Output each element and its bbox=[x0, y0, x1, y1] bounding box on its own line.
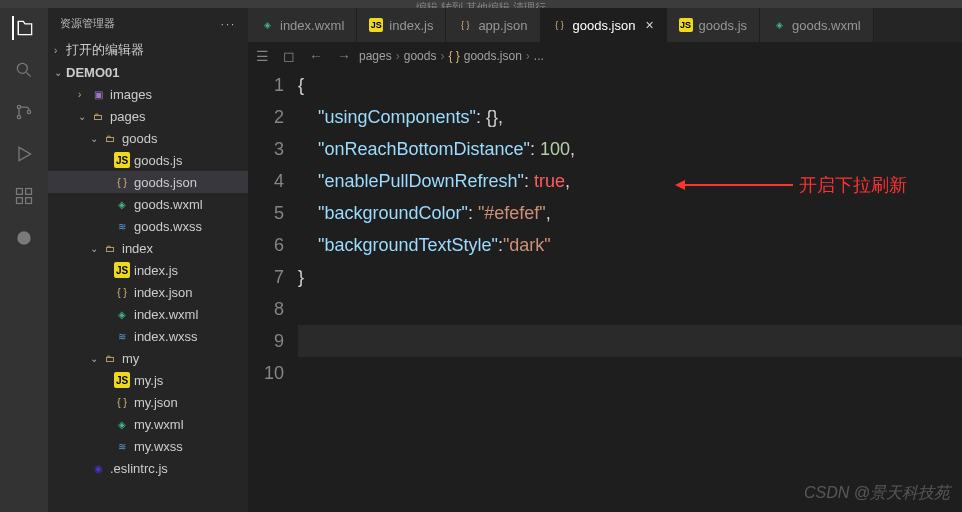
file-tree: ›打开的编辑器 ⌄DEMO01 ›▣images⌄🗀pages⌄🗀goodsJS… bbox=[48, 39, 248, 512]
tree-item[interactable]: ⌄🗀index bbox=[48, 237, 248, 259]
svg-point-2 bbox=[17, 115, 20, 118]
sidebar-title: 资源管理器 bbox=[60, 16, 115, 31]
top-menu: 编辑 转到 其他编辑 清理行 bbox=[0, 0, 962, 8]
tab[interactable]: ◈index.wxml bbox=[248, 8, 357, 42]
tree-item[interactable]: JSgoods.js bbox=[48, 149, 248, 171]
tree-item[interactable]: { }goods.json bbox=[48, 171, 248, 193]
activity-bar bbox=[0, 8, 48, 512]
line-gutter: 12345678910 bbox=[248, 69, 298, 512]
annotation-label: 开启下拉刷新 bbox=[799, 169, 907, 201]
tab[interactable]: JSgoods.js bbox=[667, 8, 760, 42]
tree-item[interactable]: { }index.json bbox=[48, 281, 248, 303]
open-editors-section[interactable]: ›打开的编辑器 bbox=[48, 39, 248, 61]
tree-item[interactable]: JSmy.js bbox=[48, 369, 248, 391]
tab[interactable]: { }app.json bbox=[446, 8, 540, 42]
search-icon[interactable] bbox=[12, 58, 36, 82]
tree-item[interactable]: ⌄🗀my bbox=[48, 347, 248, 369]
nav-back-icon[interactable]: ← bbox=[309, 48, 323, 64]
svg-point-1 bbox=[17, 105, 20, 108]
tree-item[interactable]: ◈index.wxml bbox=[48, 303, 248, 325]
extensions-icon[interactable] bbox=[12, 184, 36, 208]
tree-item[interactable]: ≋my.wxss bbox=[48, 435, 248, 457]
breadcrumb[interactable]: pages› goods› { } goods.json› ... bbox=[359, 49, 544, 63]
tree-item[interactable]: ◈my.wxml bbox=[48, 413, 248, 435]
debug-icon[interactable] bbox=[12, 142, 36, 166]
tree-item[interactable]: ≋goods.wxss bbox=[48, 215, 248, 237]
wechat-icon[interactable] bbox=[12, 226, 36, 250]
tree-item[interactable]: ⌄🗀goods bbox=[48, 127, 248, 149]
explorer-icon[interactable] bbox=[12, 16, 36, 40]
tree-item[interactable]: ›▣images bbox=[48, 83, 248, 105]
list-icon[interactable]: ☰ bbox=[256, 48, 269, 64]
tree-item[interactable]: ◉.eslintrc.js bbox=[48, 457, 248, 479]
annotation-arrow: 开启下拉刷新 bbox=[678, 169, 907, 201]
tree-item[interactable]: ≋index.wxss bbox=[48, 325, 248, 347]
svg-point-9 bbox=[17, 231, 30, 244]
svg-rect-8 bbox=[26, 198, 32, 204]
svg-rect-5 bbox=[17, 189, 23, 195]
tree-item[interactable]: { }my.json bbox=[48, 391, 248, 413]
tab[interactable]: JSindex.js bbox=[357, 8, 446, 42]
editor-area: ◈index.wxmlJSindex.js{ }app.json{ }goods… bbox=[248, 8, 962, 512]
tab[interactable]: ◈goods.wxml bbox=[760, 8, 874, 42]
watermark: CSDN @景天科技苑 bbox=[804, 483, 950, 504]
sidebar: 资源管理器 ··· ›打开的编辑器 ⌄DEMO01 ›▣images⌄🗀page… bbox=[48, 8, 248, 512]
close-icon[interactable]: × bbox=[645, 17, 653, 33]
project-root[interactable]: ⌄DEMO01 bbox=[48, 61, 248, 83]
nav-fwd-icon[interactable]: → bbox=[337, 48, 351, 64]
tree-item[interactable]: JSindex.js bbox=[48, 259, 248, 281]
sidebar-more-icon[interactable]: ··· bbox=[221, 18, 236, 30]
svg-marker-4 bbox=[19, 147, 31, 160]
json-icon: { } bbox=[448, 49, 459, 63]
tab[interactable]: { }goods.json× bbox=[541, 8, 667, 42]
tab-bar: ◈index.wxmlJSindex.js{ }app.json{ }goods… bbox=[248, 8, 962, 43]
tree-item[interactable]: ◈goods.wxml bbox=[48, 193, 248, 215]
tree-item[interactable]: ⌄🗀pages bbox=[48, 105, 248, 127]
bookmark-icon[interactable]: ◻ bbox=[283, 48, 295, 64]
svg-point-3 bbox=[27, 110, 30, 113]
code-editor[interactable]: 12345678910 { "usingComponents": {}, "on… bbox=[248, 69, 962, 512]
code-body[interactable]: { "usingComponents": {}, "onReachBottomD… bbox=[298, 69, 962, 512]
svg-rect-6 bbox=[26, 189, 32, 195]
source-control-icon[interactable] bbox=[12, 100, 36, 124]
svg-point-0 bbox=[17, 63, 27, 73]
svg-rect-7 bbox=[17, 198, 23, 204]
